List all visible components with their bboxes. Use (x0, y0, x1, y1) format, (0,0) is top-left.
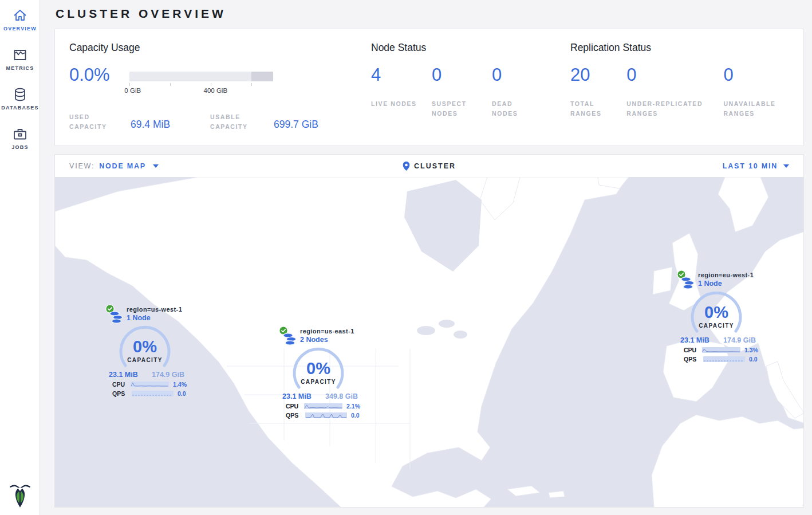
capacity-tick-label: 400 GiB (204, 87, 228, 94)
time-range-value: LAST 10 MIN (723, 162, 778, 170)
replication-status-title: Replication Status (570, 42, 789, 54)
view-selector[interactable]: VIEW: NODE MAP (69, 162, 159, 170)
databases-icon (12, 87, 28, 103)
suspect-nodes-stat: 0 SUSPECT NODES (432, 65, 492, 119)
under-replicated-ranges-value: 0 (626, 65, 723, 85)
gauge-label: CAPACITY (115, 357, 175, 363)
gauge-percent: 0% (115, 337, 175, 356)
sidebar-item-jobs[interactable]: JOBS (0, 126, 40, 150)
node-marker-us-east-1[interactable]: region=us-east-1 2 Nodes 0% CAPACITY 23.… (279, 326, 360, 419)
land-ireland (653, 267, 672, 294)
sidebar-item-label: METRICS (0, 65, 40, 71)
used-capacity-value: 69.4 MiB (131, 119, 170, 131)
marker-region-label: region=us-west-1 (127, 306, 187, 313)
marker-node-count[interactable]: 1 Node (698, 280, 758, 288)
land-north-africa (652, 415, 804, 508)
marker-node-count[interactable]: 2 Nodes (300, 336, 360, 344)
qps-value: 0.0 (749, 356, 758, 363)
breadcrumb: CLUSTER (403, 162, 456, 171)
marker-node-count[interactable]: 1 Node (127, 314, 187, 322)
capacity-tick-label: 0 GiB (124, 87, 141, 94)
capacity-percent: 0.0% (69, 65, 110, 85)
node-status-section: Node Status 4 LIVE NODES 0 SUSPECT NODES… (371, 42, 570, 133)
view-label: VIEW: (69, 162, 94, 170)
cluster-summary-card: Capacity Usage 0.0% 0 GiB 400 GiB USED C… (54, 29, 804, 146)
qps-label: QPS (286, 412, 301, 419)
sidebar-item-metrics[interactable]: METRICS (0, 47, 40, 71)
under-replicated-ranges-stat: 0 UNDER-REPLICATED RANGES (626, 65, 723, 119)
marker-total-capacity: 174.9 GiB (723, 336, 756, 344)
time-range-selector[interactable]: LAST 10 MIN (723, 162, 789, 170)
total-ranges-stat: 20 TOTAL RANGES (570, 65, 626, 119)
capacity-usage-section: Capacity Usage 0.0% 0 GiB 400 GiB USED C… (69, 42, 371, 133)
live-nodes-stat: 4 LIVE NODES (371, 65, 432, 119)
page-title: CLUSTER OVERVIEW (54, 0, 804, 29)
cpu-row: CPU 2.1% (286, 403, 360, 410)
capacity-gauge: 0% CAPACITY (687, 290, 746, 335)
app-window: OVERVIEW METRICS DATABASES (0, 0, 812, 515)
cpu-row: CPU 1.4% (112, 381, 187, 388)
dead-nodes-value: 0 (492, 65, 549, 85)
replication-status-section: Replication Status 20 TOTAL RANGES 0 UND… (570, 42, 789, 133)
capacity-bar: 0 GiB 400 GiB (129, 72, 273, 81)
home-icon (12, 7, 28, 23)
sidebar-item-databases[interactable]: DATABASES (0, 87, 40, 111)
capacity-details: USED CAPACITY 69.4 MiB USABLE CAPACITY 6… (69, 112, 371, 141)
used-capacity-label: USED CAPACITY (69, 112, 124, 132)
unavailable-ranges-label: UNAVAILABLE RANGES (723, 99, 786, 119)
sidebar-item-overview[interactable]: OVERVIEW (0, 7, 40, 32)
usable-capacity-value: 699.7 GiB (274, 119, 318, 131)
cpu-sparkline (304, 403, 342, 409)
qps-sparkline (132, 391, 174, 396)
qps-label: QPS (112, 390, 128, 397)
node-marker-eu-west-1[interactable]: region=eu-west-1 1 Node 0% CAPACITY 23.1… (677, 270, 758, 363)
live-nodes-value: 4 (371, 65, 432, 85)
chevron-down-icon (783, 164, 789, 168)
suspect-nodes-value: 0 (432, 65, 492, 85)
marker-used-capacity: 23.1 MiB (282, 392, 312, 400)
gauge-percent: 0% (289, 359, 348, 378)
database-stack-icon (109, 311, 124, 324)
dead-nodes-label: DEAD NODES (492, 99, 538, 119)
land-cuba (507, 486, 540, 496)
marker-used-capacity: 23.1 MiB (680, 336, 709, 344)
cpu-label: CPU (286, 403, 300, 410)
cpu-label: CPU (112, 381, 127, 388)
sidebar-item-label: JOBS (0, 144, 40, 150)
view-value: NODE MAP (99, 162, 146, 170)
cpu-sparkline (131, 382, 169, 387)
capacity-usage-title: Capacity Usage (69, 42, 371, 54)
capacity-bar-reserved-segment (251, 72, 273, 81)
node-status-title: Node Status (371, 42, 570, 54)
total-ranges-label: TOTAL RANGES (570, 99, 616, 119)
main-content: CLUSTER OVERVIEW Capacity Usage 0.0% 0 G… (40, 0, 812, 515)
unavailable-ranges-value: 0 (723, 65, 789, 85)
qps-label: QPS (684, 356, 699, 363)
marker-region-label: region=us-east-1 (300, 328, 360, 335)
sidebar-item-label: OVERVIEW (0, 26, 40, 32)
node-map[interactable]: region=us-west-1 1 Node 0% CAPACITY 23.1… (54, 177, 804, 508)
database-stack-icon (681, 277, 696, 290)
cpu-label: CPU (684, 347, 698, 353)
breadcrumb-cluster: CLUSTER (414, 162, 456, 170)
capacity-gauge: 0% CAPACITY (289, 347, 348, 391)
great-lake (439, 320, 455, 328)
capacity-bar-track (129, 72, 273, 81)
jobs-icon (12, 126, 28, 142)
marker-header: region=us-east-1 2 Nodes (279, 326, 360, 347)
land-scandinavia (718, 177, 768, 232)
cpu-value: 1.3% (744, 347, 758, 353)
marker-header: region=eu-west-1 1 Node (677, 270, 758, 290)
gauge-percent: 0% (687, 303, 746, 322)
unavailable-ranges-stat: 0 UNAVAILABLE RANGES (723, 65, 789, 119)
marker-header: region=us-west-1 1 Node (105, 304, 187, 325)
capacity-tick (129, 83, 130, 86)
metrics-icon (12, 47, 28, 63)
qps-sparkline (703, 356, 745, 362)
cpu-value: 2.1% (346, 403, 360, 410)
database-stack-icon (283, 333, 298, 346)
capacity-tick (251, 83, 252, 86)
node-marker-us-west-1[interactable]: region=us-west-1 1 Node 0% CAPACITY 23.1… (105, 304, 187, 397)
cpu-sparkline (702, 347, 740, 353)
capacity-tick (211, 83, 211, 86)
